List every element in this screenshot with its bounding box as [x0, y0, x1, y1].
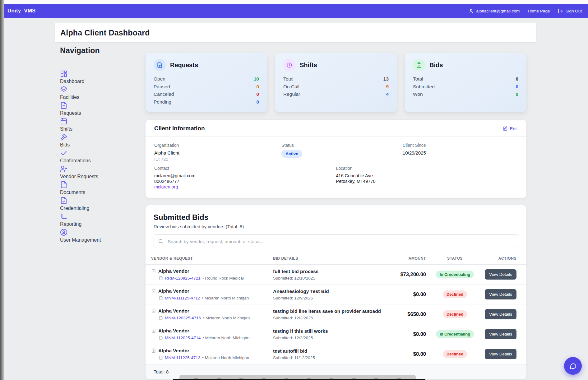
submitted-bids-title: Submitted Bids — [154, 213, 518, 222]
sign-out-button[interactable]: Sign Out — [558, 8, 582, 14]
view-details-button[interactable]: View Details — [485, 289, 516, 299]
stat-row: Canceled0 — [154, 90, 259, 98]
sidebar-item-reporting[interactable]: Reporting — [60, 213, 138, 227]
request-id-link[interactable]: RRM-120925-4721 — [165, 276, 201, 280]
status-badge: Declined — [443, 290, 467, 298]
view-details-button[interactable]: View Details — [485, 309, 516, 319]
organization-field: Organization Alpha Client ID: 725 — [154, 143, 281, 162]
gavel-icon — [60, 133, 68, 141]
edit-client-button[interactable]: Edit — [503, 126, 518, 131]
request-id-link[interactable]: MNM-120325-4716 — [165, 316, 201, 320]
window-top-strip — [4, 0, 588, 4]
building-icon — [151, 308, 156, 313]
bid-amount: $0.00 — [395, 291, 426, 297]
stat-row: Total0 — [413, 75, 518, 83]
check-icon — [60, 149, 68, 157]
page-title: Alpha Client Dashboard — [60, 28, 150, 37]
shifts-stat-card: Shifts Total13 On Call9 Regular4 — [275, 53, 397, 112]
status-field: Status Active — [281, 143, 403, 162]
user-icon — [469, 8, 474, 14]
contact-phone: 8002486777 — [154, 178, 336, 184]
file-icon — [159, 296, 163, 300]
sidebar-item-confirmations[interactable]: Confirmations — [60, 149, 138, 164]
contact-field: Contact mclaren@gmail.com 8002486777 mcl… — [154, 166, 336, 190]
user-email: alphaclient@gmail.com — [476, 9, 520, 13]
sidebar-item-shifts[interactable]: Shifts — [60, 118, 138, 132]
stat-row: Submitted0 — [413, 83, 518, 91]
request-id-link[interactable]: MNM-111225-4713 — [165, 355, 200, 360]
clipboard-check-icon — [413, 59, 425, 71]
bid-amount: $0.00 — [395, 351, 426, 357]
status-badge: Declined — [443, 350, 467, 358]
sidebar-item-bids[interactable]: Bids — [60, 133, 138, 148]
stat-row: Open10 — [154, 75, 259, 83]
contact-website-link[interactable]: mclaren.org — [154, 184, 336, 190]
sidebar-item-documents[interactable]: Documents — [60, 181, 138, 195]
building-icon — [151, 289, 156, 294]
file-check-icon — [60, 197, 68, 205]
building-icon — [151, 348, 156, 353]
file-icon — [159, 356, 163, 360]
location-field: Location 416 Connable Ave Petoskey, MI 4… — [336, 166, 518, 190]
chat-fab-button[interactable] — [564, 357, 582, 375]
stat-card-title: Requests — [170, 62, 198, 69]
brand-logo: Unity_VMS — [7, 8, 36, 14]
requests-stat-card: Requests Open10 Paused0 Canceled0 Pendin… — [146, 53, 267, 112]
contact-email: mclaren@gmail.com — [154, 173, 336, 178]
request-id-link[interactable]: MNM-111125-4712 — [165, 296, 200, 300]
app-screen: Unity_VMS alphaclient@gmail.com Home Pag… — [0, 0, 588, 380]
calendar-icon — [60, 118, 68, 126]
document-icon — [154, 59, 166, 71]
building-icon — [151, 328, 156, 333]
stat-row: Paused0 — [154, 83, 259, 91]
view-details-button[interactable]: View Details — [485, 329, 516, 339]
file-icon — [159, 336, 163, 340]
sidebar-item-credentialing[interactable]: Credentialing — [60, 197, 138, 211]
sidebar-item-facilities[interactable]: Facilities — [60, 86, 138, 100]
stat-row: Total13 — [283, 75, 389, 83]
bid-amount: $0.00 — [395, 331, 426, 337]
sidebar-item-requests[interactable]: Requests — [60, 102, 138, 116]
view-details-button[interactable]: View Details — [485, 269, 516, 280]
view-details-button[interactable]: View Details — [485, 349, 516, 359]
file-icon — [159, 316, 163, 320]
sidebar-item-vendor-requests[interactable]: Vendor Requests — [60, 165, 138, 179]
status-badge: Declined — [443, 310, 467, 318]
sidebar-item-user-management[interactable]: User Management — [60, 229, 138, 243]
table-row: Alpha Vendor RRM-120925-4721• Round Rock… — [146, 265, 526, 285]
stat-row: Won0 — [413, 90, 518, 98]
client-information-title: Client Information — [154, 125, 205, 132]
stat-row: Regular4 — [283, 90, 389, 98]
table-row: Alpha Vendor MNM-120325-4716• Mclaren No… — [146, 304, 526, 324]
request-id-link[interactable]: MNM-112025-4714 — [165, 336, 201, 340]
organization-name: Alpha Client — [154, 150, 281, 156]
stat-row: Pending0 — [154, 98, 259, 106]
client-information-panel: Client Information Edit Organization Alp… — [146, 120, 526, 198]
file-icon — [60, 181, 68, 189]
status-badge: In Credentialing — [436, 271, 474, 278]
sidebar-heading: Navigation — [60, 46, 138, 55]
client-since-field: Client Since 10/29/2025 — [403, 143, 518, 162]
clock-icon — [283, 59, 295, 71]
stat-card-title: Bids — [429, 62, 443, 69]
file-icon — [159, 276, 163, 280]
stat-row: On Call9 — [283, 83, 389, 91]
chart-axis-icon — [60, 213, 68, 221]
main-content: Requests Open10 Paused0 Canceled0 Pendin… — [146, 53, 526, 379]
bids-stat-card: Bids Total0 Submitted0 Won0 — [405, 53, 526, 112]
window-left-edge — [0, 0, 4, 380]
sidebar-item-dashboard[interactable]: Dashboard — [60, 70, 138, 84]
user-menu[interactable]: alphaclient@gmail.com — [469, 8, 520, 14]
home-page-link[interactable]: Home Page — [528, 9, 550, 13]
stat-cards-row: Requests Open10 Paused0 Canceled0 Pendin… — [146, 53, 526, 112]
submitted-bids-panel: Submitted Bids Review bids submitted by … — [146, 205, 526, 379]
edit-pencil-icon — [503, 126, 507, 131]
bids-search-input[interactable] — [154, 234, 518, 248]
page-title-bar: Alpha Client Dashboard — [55, 23, 536, 42]
bids-table-header: VENDOR & REQUEST BID DETAILS AMOUNT STAT… — [146, 252, 526, 265]
user-circle-icon — [60, 229, 68, 237]
bid-amount: $650.00 — [395, 311, 426, 317]
status-badge: In Credentialing — [436, 330, 474, 338]
status-badge: Active — [281, 150, 302, 158]
chat-bubble-icon — [569, 362, 577, 370]
